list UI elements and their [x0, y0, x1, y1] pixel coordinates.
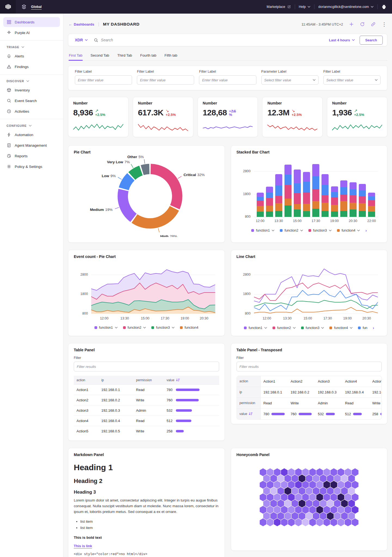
sidebar-item-policy-settings[interactable]: Policy & Settings	[3, 162, 60, 171]
tab-1[interactable]: First Tab	[69, 51, 83, 60]
honeycomb-cell[interactable]	[288, 518, 295, 526]
honeycomb-cell[interactable]	[260, 518, 267, 526]
time-filter-dropdown[interactable]: Last 4 hours	[329, 38, 354, 42]
legend-overflow-arrow[interactable]: ›	[365, 228, 367, 233]
filter-select[interactable]: Select filter value	[261, 75, 318, 85]
tab-5[interactable]: Fifth tab	[164, 51, 177, 60]
filter-input[interactable]	[75, 75, 132, 85]
table-filter-input[interactable]	[74, 362, 219, 371]
line-chart-panel: Line Chart 8001800280012:0013:3015:0017:…	[231, 250, 388, 336]
sidebar-section-header[interactable]: TRIAGE	[0, 43, 63, 50]
pie-slice-very-low[interactable]	[132, 171, 141, 176]
scope-selector[interactable]: XDR	[75, 38, 88, 42]
honeycomb-cell[interactable]	[309, 518, 316, 526]
legend-item-function3[interactable]: function3	[301, 326, 324, 330]
stacked-bar[interactable]	[350, 182, 357, 217]
stacked-bar[interactable]	[340, 180, 347, 217]
honeycomb-cell[interactable]	[302, 518, 309, 526]
filter-select[interactable]: Select filter value	[323, 75, 381, 85]
legend-item-fun[interactable]: fun	[358, 326, 367, 330]
marketplace-link[interactable]: Marketplace	[267, 5, 291, 9]
sidebar-section-header[interactable]: DISCOVER	[0, 77, 63, 84]
stacked-bar[interactable]	[321, 174, 329, 217]
table-filter-input[interactable]	[237, 362, 382, 371]
sidebar-section-header[interactable]: CONFIGURE	[0, 122, 63, 129]
filter-input[interactable]	[137, 75, 194, 85]
sidebar-item-inventory[interactable]: Inventory	[3, 85, 60, 95]
sidebar-item-alerts[interactable]: Alerts	[3, 51, 60, 61]
stacked-bar[interactable]	[331, 186, 338, 217]
search-button[interactable]: Search	[360, 36, 383, 45]
stacked-bar[interactable]	[368, 193, 375, 217]
sort-desc-icon[interactable]	[249, 412, 253, 416]
legend-item-function1[interactable]: function1	[251, 229, 274, 232]
honeycomb-cell[interactable]	[345, 518, 351, 526]
legend-item-function1[interactable]: function1	[94, 326, 118, 330]
pie-slice-medium[interactable]	[123, 190, 133, 218]
stacked-bar[interactable]	[303, 172, 310, 217]
sidebar-item-agent-management[interactable]: Agent Management	[3, 140, 60, 150]
tab-3[interactable]: Third Tab	[117, 51, 132, 60]
legend-item-function2[interactable]: function2	[280, 229, 303, 232]
stacked-bar[interactable]	[284, 165, 292, 217]
gridline	[254, 217, 378, 217]
sidebar-item-purple-ai[interactable]: Purple AI	[3, 28, 60, 38]
honeycomb-cell[interactable]	[295, 518, 302, 526]
app-logo-icon[interactable]	[0, 0, 16, 14]
add-widget-icon[interactable]	[349, 22, 354, 27]
honeycomb-cell[interactable]	[274, 518, 281, 526]
sort-desc-icon[interactable]	[176, 378, 180, 382]
legend-item-function2[interactable]: function2	[272, 326, 296, 330]
pie-slice-high[interactable]	[134, 208, 174, 223]
legend-item-function3[interactable]: function3	[151, 326, 174, 330]
markdown-link[interactable]: This is link	[74, 544, 92, 548]
global-scope-link[interactable]: Global	[31, 5, 42, 9]
honeycomb-cell[interactable]	[330, 518, 337, 526]
legend-item-function1[interactable]: function1	[244, 326, 267, 330]
honeycomb-cell[interactable]	[352, 518, 359, 526]
legend-item-function2[interactable]: function2	[123, 326, 146, 330]
bar-segment-function4	[331, 205, 338, 211]
stacked-bar[interactable]	[257, 193, 264, 217]
back-to-dashboards-link[interactable]: ← Dashboards	[69, 22, 94, 26]
sidebar-item-activities[interactable]: Activities	[3, 106, 60, 116]
honeycomb-cell[interactable]	[316, 518, 323, 526]
pie-slice-low[interactable]	[124, 177, 131, 189]
legend-item-function3[interactable]: function3	[308, 229, 332, 232]
more-options-icon[interactable]: ⋮	[382, 22, 387, 27]
sidebar-item-reports[interactable]: Reports	[3, 151, 60, 161]
legend-overflow-arrow[interactable]: ›	[373, 326, 374, 330]
stacked-bar[interactable]	[266, 187, 273, 217]
sidebar-item-automation[interactable]: Automation	[3, 130, 60, 140]
refresh-icon[interactable]	[360, 22, 365, 27]
tab-2[interactable]: Second Tab	[90, 51, 109, 60]
stacked-bar[interactable]	[275, 174, 282, 217]
stacked-bar[interactable]	[312, 164, 319, 217]
sidebar-item-dashboards[interactable]: Dashboards	[3, 17, 60, 27]
honeycomb-cell[interactable]	[267, 518, 274, 526]
legend-item-function4[interactable]: function4	[180, 326, 198, 330]
pie-slice-critical[interactable]	[151, 169, 177, 207]
tab-4[interactable]: Fourth tab	[140, 51, 157, 60]
share-link-icon[interactable]	[371, 22, 376, 27]
legend-item-function4[interactable]: function4	[329, 326, 353, 330]
legend-label: function2	[277, 326, 291, 330]
sidebar-item-event-search[interactable]: Event Search	[3, 96, 60, 106]
row-header-value[interactable]: value	[237, 409, 261, 419]
honeycomb-cell[interactable]	[281, 518, 288, 526]
honeycomb-cell[interactable]	[323, 518, 330, 526]
account-menu[interactable]: dorianmcgillick@sentinelone.com	[318, 5, 373, 9]
help-menu[interactable]: Help	[299, 5, 311, 9]
column-header-value[interactable]: value	[164, 376, 219, 385]
sidebar-item-findings[interactable]: Findings	[3, 62, 60, 72]
honeycomb-cell[interactable]	[338, 518, 344, 526]
console-icon[interactable]	[381, 4, 387, 10]
stacked-bar[interactable]	[294, 170, 301, 217]
search-input[interactable]	[101, 38, 329, 42]
legend-item-function4[interactable]: function4	[337, 229, 360, 232]
stacked-bar[interactable]	[359, 184, 366, 217]
filter-input[interactable]	[199, 75, 256, 85]
panel-title: Line Chart	[237, 254, 382, 259]
layers-icon[interactable]	[21, 4, 27, 10]
pie-slice-other[interactable]	[142, 169, 149, 170]
